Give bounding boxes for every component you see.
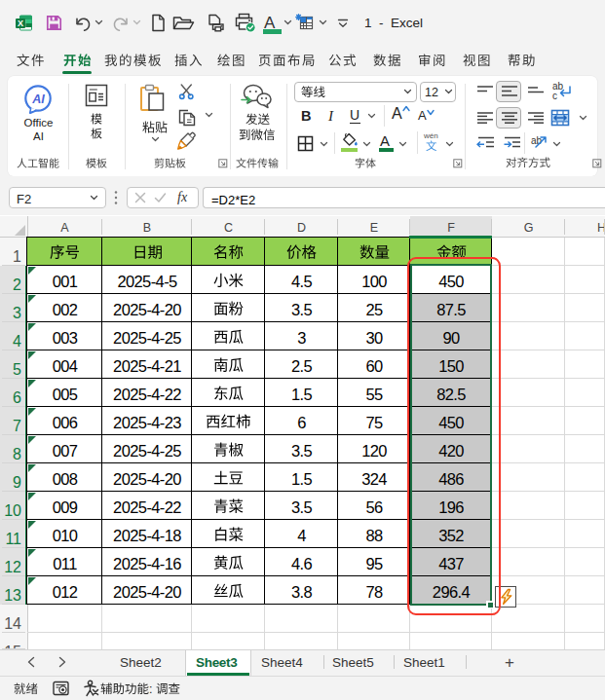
svg-text:AI: AI bbox=[31, 92, 45, 106]
svg-text:X: X bbox=[18, 18, 23, 28]
